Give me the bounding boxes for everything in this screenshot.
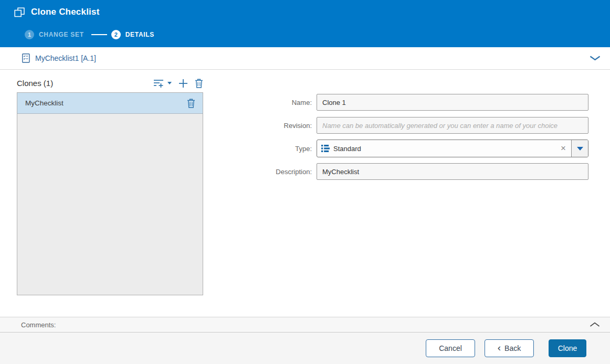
step-2-label: DETAILS	[125, 31, 154, 38]
cancel-button[interactable]: Cancel	[426, 339, 475, 357]
clone-details-form: Name: Revision: Type:	[247, 94, 594, 180]
type-label: Type:	[247, 145, 317, 153]
back-button-label: Back	[504, 344, 521, 352]
name-label: Name:	[247, 99, 317, 106]
step-2-number: 2	[111, 30, 121, 39]
clones-toolbar	[153, 79, 203, 88]
name-input[interactable]	[317, 94, 588, 111]
comments-bar[interactable]: Comments:	[0, 317, 610, 333]
type-dropdown-button[interactable]	[571, 140, 588, 157]
chevron-left-icon: ‹	[498, 344, 501, 351]
clone-button[interactable]: Clone	[549, 339, 586, 357]
delete-item-button[interactable]	[187, 99, 195, 108]
wizard-steps: 1 CHANGE SET 2 DETAILS	[25, 30, 154, 39]
add-clone-button[interactable]	[178, 79, 188, 88]
caret-down-icon	[167, 82, 172, 84]
clone-icon	[14, 7, 25, 17]
back-button[interactable]: ‹ Back	[485, 339, 534, 357]
step-details[interactable]: 2 DETAILS	[111, 30, 154, 39]
context-item-label: MyChecklist1 [A.1]	[35, 54, 96, 62]
revision-input[interactable]	[317, 117, 588, 134]
chevron-down-icon[interactable]	[589, 55, 601, 61]
clone-checklist-dialog: Clone Checklist 1 CHANGE SET 2 DETAILS	[0, 0, 610, 364]
revision-label: Revision:	[247, 122, 317, 130]
clone-item-label: MyChecklist	[25, 99, 64, 107]
clear-type-icon[interactable]: ×	[555, 143, 571, 154]
clone-list-item[interactable]: MyChecklist	[17, 93, 203, 114]
checklist-document-icon	[22, 53, 30, 63]
step-change-set[interactable]: 1 CHANGE SET	[25, 30, 84, 39]
dialog-title: Clone Checklist	[31, 7, 100, 17]
type-selected-value: Standard	[333, 145, 361, 153]
clones-panel-title: Clones (1)	[17, 79, 53, 88]
type-standard-icon	[321, 145, 330, 152]
delete-clone-button[interactable]	[195, 79, 203, 88]
context-bar: MyChecklist1 [A.1]	[0, 47, 610, 70]
step-1-number: 1	[25, 30, 34, 39]
step-connector	[91, 34, 107, 35]
comments-label: Comments:	[21, 321, 56, 329]
type-combobox[interactable]: Standard ×	[317, 140, 588, 157]
dialog-footer: Cancel ‹ Back Clone	[0, 333, 610, 364]
dialog-header: Clone Checklist 1 CHANGE SET 2 DETAILS	[0, 0, 610, 47]
chevron-up-icon[interactable]	[589, 322, 601, 328]
clones-panel: Clones (1)	[17, 77, 203, 295]
step-1-label: CHANGE SET	[39, 31, 84, 38]
caret-down-icon	[577, 147, 583, 151]
description-input[interactable]	[317, 163, 588, 180]
clones-list: MyChecklist	[17, 92, 203, 295]
add-multiple-clones-button[interactable]	[153, 79, 172, 88]
description-label: Description:	[247, 168, 317, 176]
